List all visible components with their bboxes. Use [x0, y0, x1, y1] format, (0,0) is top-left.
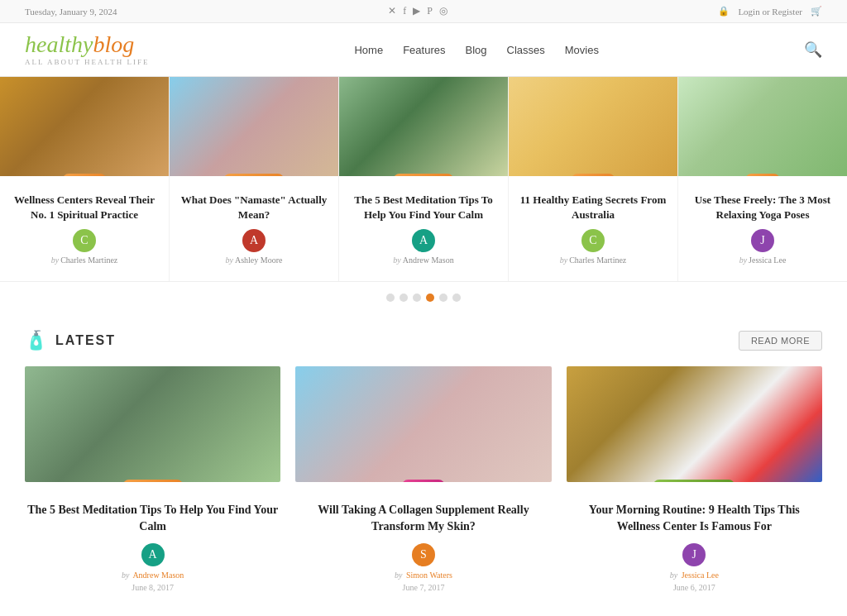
author-avatar-4: C — [581, 229, 605, 252]
latest-author-name-1[interactable]: by Andrew Mason — [122, 571, 184, 580]
carousel-dots — [0, 282, 847, 313]
carousel-title-4: 11 Healthy Eating Secrets From Australia — [519, 193, 668, 222]
top-bar: Tuesday, January 9, 2024 ✕ f ▶ P ◎ 🔒 Log… — [0, 0, 847, 23]
latest-grid: MEDITATION The 5 Best Meditation Tips To… — [25, 366, 822, 591]
carousel-title-5: Use These Freely: The 3 Most Relaxing Yo… — [688, 193, 837, 222]
latest-avatar-1: A — [141, 543, 165, 566]
carousel-item-body-1: Wellness Centers Reveal Their No. 1 Spir… — [0, 176, 169, 268]
latest-date-1: June 8, 2017 — [132, 583, 174, 592]
search-button[interactable]: 🔍 — [804, 41, 822, 59]
carousel-item-body-4: 11 Healthy Eating Secrets From Australia… — [509, 176, 677, 268]
carousel-item-4[interactable]: FITNESS 11 Healthy Eating Secrets From A… — [509, 77, 678, 281]
latest-avatar-3: J — [682, 543, 706, 566]
category-badge-3: MEDITATION — [393, 174, 453, 176]
latest-card-author-2: S by Simon Waters June 7, 2017 — [395, 543, 452, 592]
pinterest-icon[interactable]: P — [427, 5, 433, 17]
latest-card-title-2: Will Taking A Collagen Supplement Really… — [295, 502, 551, 534]
latest-card-3[interactable]: HEALTHY RECIPES Your Morning Routine: 9 … — [567, 366, 822, 591]
carousel-image-2: MEDITATION — [170, 77, 338, 176]
nav-home[interactable]: Home — [354, 44, 383, 56]
category-badge-1: FITNESS — [63, 174, 107, 176]
main-nav: Home Features Blog Classes Movies — [354, 44, 598, 56]
category-badge-4: FITNESS — [572, 174, 615, 176]
author-avatar-5: J — [751, 229, 774, 252]
instagram-icon[interactable]: ◎ — [439, 5, 447, 17]
nav-blog[interactable]: Blog — [465, 44, 486, 56]
site-logo[interactable]: healthyblog ALL ABOUT HEALTH LIFE — [25, 33, 149, 66]
author-avatar-2: A — [242, 229, 266, 252]
author-name-1: byCharles Martinez — [51, 255, 118, 265]
dot-4[interactable] — [426, 294, 434, 302]
latest-card-title-1: The 5 Best Meditation Tips To Help You F… — [25, 502, 280, 534]
user-icon: 🔒 — [718, 6, 730, 17]
dot-1[interactable] — [386, 294, 395, 302]
login-link[interactable]: Login or Register — [738, 7, 802, 17]
logo-blog: blog — [93, 31, 134, 57]
latest-avatar-2: S — [412, 543, 435, 566]
author-name-2: byAshley Moore — [226, 255, 283, 265]
author-avatar-3: A — [412, 229, 435, 252]
facebook-icon[interactable]: f — [403, 5, 406, 17]
cart-icon[interactable]: 🛒 — [811, 6, 822, 17]
latest-card-body-2: Will Taking A Collagen Supplement Really… — [295, 494, 551, 591]
latest-card-body-1: The 5 Best Meditation Tips To Help You F… — [25, 494, 280, 591]
logo-wordmark: healthyblog — [25, 33, 149, 56]
carousel-image-3: MEDITATION — [339, 77, 508, 176]
carousel-items-list: FITNESS Wellness Centers Reveal Their No… — [0, 77, 847, 282]
logo-healthy: healthy — [25, 31, 93, 57]
carousel-image-5: YOGA — [678, 77, 847, 176]
latest-badge-1: MEDITATION — [122, 480, 183, 482]
latest-card-body-3: Your Morning Routine: 9 Health Tips This… — [567, 494, 822, 591]
latest-img-bg-3 — [567, 366, 822, 482]
youtube-icon[interactable]: ▶ — [413, 5, 420, 17]
latest-image-2: BEAUTY — [295, 366, 551, 482]
dot-2[interactable] — [400, 294, 408, 302]
logo-tagline: ALL ABOUT HEALTH LIFE — [25, 58, 149, 66]
latest-card-1[interactable]: MEDITATION The 5 Best Meditation Tips To… — [25, 366, 280, 591]
latest-icon: 🧴 — [25, 330, 47, 351]
category-badge-5: YOGA — [745, 174, 780, 176]
nav-movies[interactable]: Movies — [565, 44, 599, 56]
twitter-icon[interactable]: ✕ — [388, 5, 396, 17]
latest-title: LATEST — [55, 333, 116, 348]
latest-image-3: HEALTHY RECIPES — [567, 366, 822, 482]
author-name-5: byJessica Lee — [739, 255, 787, 265]
carousel-title-1: Wellness Centers Reveal Their No. 1 Spir… — [10, 193, 159, 222]
nav-features[interactable]: Features — [403, 44, 445, 56]
carousel-image-1: FITNESS — [0, 77, 169, 176]
latest-header: 🧴 LATEST READ MORE — [25, 330, 822, 351]
author-name-4: byCharles Martinez — [560, 255, 627, 265]
nav-classes[interactable]: Classes — [507, 44, 545, 56]
latest-badge-3: HEALTHY RECIPES — [653, 480, 735, 482]
latest-card-author-1: A by Andrew Mason June 8, 2017 — [122, 543, 184, 592]
carousel-item-1[interactable]: FITNESS Wellness Centers Reveal Their No… — [0, 77, 170, 281]
site-header: healthyblog ALL ABOUT HEALTH LIFE Home F… — [0, 23, 847, 77]
latest-image-1: MEDITATION — [25, 366, 280, 482]
carousel-item-body-2: What Does "Namaste" Actually Mean? A byA… — [170, 176, 338, 268]
auth-area: 🔒 Login or Register 🛒 — [718, 6, 822, 17]
carousel-item-2[interactable]: MEDITATION What Does "Namaste" Actually … — [170, 77, 339, 281]
dot-6[interactable] — [452, 294, 461, 302]
latest-card-author-3: J by Jessica Lee June 6, 2017 — [670, 543, 719, 592]
dot-3[interactable] — [413, 294, 421, 302]
latest-date-2: June 7, 2017 — [403, 583, 445, 592]
latest-author-name-3[interactable]: by Jessica Lee — [670, 571, 719, 580]
featured-carousel: FITNESS Wellness Centers Reveal Their No… — [0, 77, 847, 313]
social-icons: ✕ f ▶ P ◎ — [388, 5, 447, 17]
latest-img-bg-1 — [25, 366, 280, 482]
carousel-item-body-3: The 5 Best Meditation Tips To Help You F… — [339, 176, 508, 268]
latest-title-group: 🧴 LATEST — [25, 330, 116, 351]
read-more-button[interactable]: READ MORE — [739, 331, 822, 351]
category-badge-2: MEDITATION — [223, 174, 284, 176]
carousel-item-5[interactable]: YOGA Use These Freely: The 3 Most Relaxi… — [678, 77, 847, 281]
carousel-title-2: What Does "Namaste" Actually Mean? — [179, 193, 328, 222]
carousel-image-4: FITNESS — [509, 77, 677, 176]
carousel-item-3[interactable]: MEDITATION The 5 Best Meditation Tips To… — [339, 77, 509, 281]
carousel-title-3: The 5 Best Meditation Tips To Help You F… — [349, 193, 498, 222]
dot-5[interactable] — [439, 294, 447, 302]
latest-date-3: June 6, 2017 — [673, 583, 715, 592]
date-display: Tuesday, January 9, 2024 — [25, 7, 117, 17]
latest-author-name-2[interactable]: by Simon Waters — [395, 571, 452, 580]
latest-badge-2: BEAUTY — [402, 480, 445, 482]
latest-card-2[interactable]: BEAUTY Will Taking A Collagen Supplement… — [295, 366, 551, 591]
